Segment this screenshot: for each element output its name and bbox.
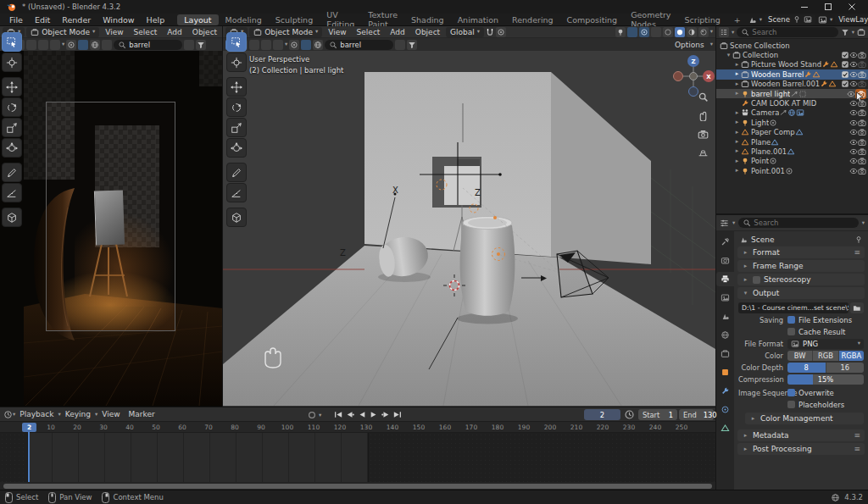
xray-toggle-icon[interactable] [651,27,661,37]
exclude-checkbox-icon[interactable] [841,60,849,69]
preset-icon[interactable]: ≡ [854,446,860,453]
minimize-button[interactable] [800,3,809,11]
snapping-magnet-icon[interactable] [486,28,494,36]
tool-measure[interactable] [226,183,247,202]
collections-filter-icon[interactable] [407,40,417,50]
proportional-edit-icon[interactable] [496,27,506,37]
cache-result-label[interactable]: Cache Result [798,328,845,336]
hide-eye-icon[interactable] [849,157,858,165]
zoom-icon[interactable] [698,91,709,102]
scene-lights-icon[interactable] [615,27,626,37]
chevron-down-icon[interactable]: ▾ [732,220,735,226]
shading-wireframe-icon[interactable] [663,27,673,37]
orientation-selector[interactable]: Global▾ [446,27,484,37]
tool-cursor[interactable] [2,53,22,72]
disclosure-icon[interactable]: ▸ [733,130,741,136]
tool-move[interactable] [226,77,247,97]
playhead-line[interactable] [28,432,30,482]
select-mode-icon-5[interactable] [50,40,60,50]
disable-render-icon[interactable] [858,119,866,127]
menu-edit[interactable]: Edit [29,15,56,25]
perspective-switch-icon[interactable] [698,147,709,158]
select-mode-icon-3[interactable] [249,40,259,50]
chevron-down-icon[interactable]: ▾ [852,30,854,36]
xray-toggle-icon[interactable] [102,40,112,50]
mode-selector[interactable]: Object Mode▾ [26,27,99,37]
menu-add[interactable]: Add [163,28,186,36]
disclosure-icon[interactable]: ▸ [733,81,741,87]
tool-rotate[interactable] [226,97,247,117]
jump-to-end-button[interactable] [392,408,403,420]
menu-object[interactable]: Object [411,28,444,36]
disable-render-icon[interactable] [858,60,866,69]
panel-color-management[interactable]: ▸Color Management [745,413,864,424]
tab-scene[interactable] [718,309,733,324]
stereoscopy-checkbox[interactable] [753,276,760,284]
timeline-editor-icon[interactable] [3,410,13,419]
overwrite-checkbox[interactable] [787,389,795,396]
disclosure-icon[interactable]: ▸ [733,110,741,116]
chevron-down-icon[interactable]: ▾ [319,413,321,418]
depth-16-button[interactable]: 16 [826,363,865,373]
tab-output[interactable] [716,272,734,286]
outliner-item-wooden-barrel-001[interactable]: ▸ Wooden Barrel.001 [716,80,868,89]
tab-collection[interactable] [718,346,733,361]
menu-file[interactable]: File [3,15,29,25]
current-frame-field[interactable]: 2 [584,409,620,420]
playhead-badge[interactable]: 2 [22,423,36,432]
use-preview-range-icon[interactable] [624,409,635,422]
hide-eye-icon[interactable] [849,51,858,59]
maximize-button[interactable] [824,3,832,11]
tab-physics[interactable] [718,402,733,417]
tab-shading[interactable]: Shading [404,14,451,25]
3d-viewport-canvas[interactable]: X Z Z Z X User Perspective (2) Collectio… [223,51,715,407]
tool-add-cube[interactable] [226,208,247,227]
outliner-item-collection[interactable]: ▾ Collection [716,50,868,59]
menu-help[interactable]: Help [141,15,171,25]
file-format-dropdown[interactable]: PNG ▾ [787,339,864,349]
menu-add[interactable]: Add [386,28,409,36]
hide-eye-icon[interactable] [849,80,858,88]
search-input[interactable] [129,41,178,49]
placeholders-checkbox[interactable] [787,401,795,408]
view-layer-browse-icon[interactable] [818,15,827,25]
tab-render[interactable] [718,253,733,268]
outliner-item-plane[interactable]: ▸ Plane [716,137,868,147]
compression-slider[interactable]: 15% [787,374,864,385]
editor-type-icon[interactable] [720,219,729,228]
cache-result-checkbox[interactable] [787,328,795,335]
exclude-checkbox-icon[interactable] [841,51,849,59]
tab-rendering[interactable]: Rendering [505,14,560,25]
tool-move[interactable] [2,77,22,97]
panel-format[interactable]: ▸Format≡ [737,246,865,258]
tab-modeling[interactable]: Modeling [219,14,269,25]
options-menu[interactable]: Options [670,41,709,49]
placeholders-label[interactable]: Placeholders [798,401,844,409]
gizmos-dropdown-icon[interactable] [627,27,637,37]
bookmark-icon[interactable] [184,40,194,50]
disclosure-icon[interactable]: ▸ [733,148,741,154]
menu-view[interactable]: View [97,410,124,418]
tab-animation[interactable]: Animation [451,14,505,25]
menu-view[interactable]: View [101,28,127,36]
tab-layout[interactable]: Layout [177,14,218,25]
disable-render-icon[interactable] [858,167,866,175]
exclude-checkbox-icon[interactable] [841,70,849,79]
outliner-search[interactable] [737,27,837,37]
rendered-view[interactable] [0,51,222,407]
panel-stereoscopy[interactable]: ▸Stereoscopy [737,274,865,285]
disable-render-icon[interactable] [858,80,866,88]
properties-search-input[interactable] [754,219,854,227]
hide-eye-icon[interactable] [849,147,858,156]
tool-scale[interactable] [226,118,247,137]
outliner-item-light[interactable]: ▸ Light [716,118,868,127]
menu-select[interactable]: Select [130,28,162,36]
new-scene-icon[interactable] [804,15,812,24]
panel-metadata[interactable]: ▸Metadata≡ [737,429,865,441]
outliner-item-barrel-light[interactable]: ▸ barrel light [716,89,868,98]
proportional-edit-icon[interactable] [66,40,76,50]
disclosure-icon[interactable]: ▸ [733,119,741,125]
disclosure-icon[interactable]: ▸ [733,71,741,77]
scene-browse-icon[interactable] [748,15,757,25]
chevron-down-icon[interactable]: ▾ [710,29,713,35]
